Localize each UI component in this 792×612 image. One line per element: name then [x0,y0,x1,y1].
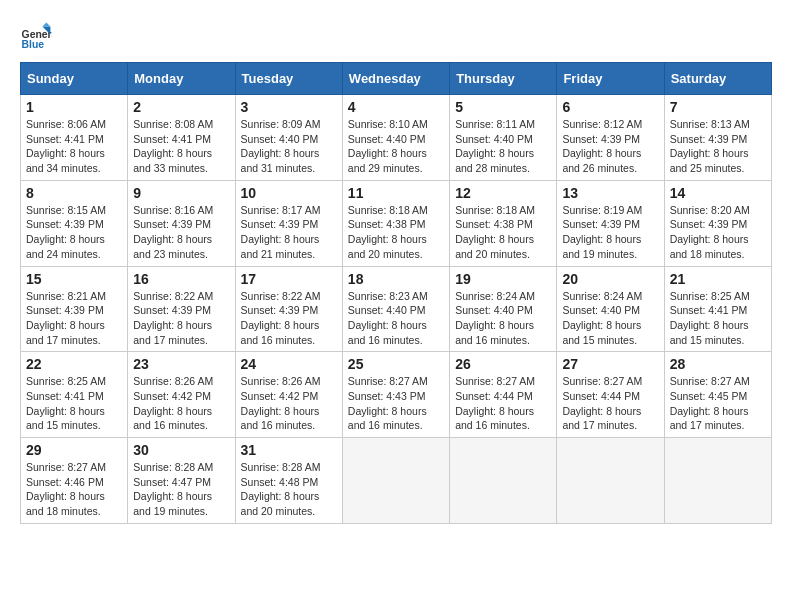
calendar-day-12: 12Sunrise: 8:18 AMSunset: 4:38 PMDayligh… [450,180,557,266]
calendar-week-2: 8Sunrise: 8:15 AMSunset: 4:39 PMDaylight… [21,180,772,266]
svg-marker-3 [42,22,50,26]
svg-text:Blue: Blue [22,39,45,50]
calendar-day-11: 11Sunrise: 8:18 AMSunset: 4:38 PMDayligh… [342,180,449,266]
calendar-day-7: 7Sunrise: 8:13 AMSunset: 4:39 PMDaylight… [664,95,771,181]
calendar-week-4: 22Sunrise: 8:25 AMSunset: 4:41 PMDayligh… [21,352,772,438]
calendar-day-31: 31Sunrise: 8:28 AMSunset: 4:48 PMDayligh… [235,438,342,524]
header-thursday: Thursday [450,63,557,95]
calendar-day-19: 19Sunrise: 8:24 AMSunset: 4:40 PMDayligh… [450,266,557,352]
calendar-day-4: 4Sunrise: 8:10 AMSunset: 4:40 PMDaylight… [342,95,449,181]
calendar-day-9: 9Sunrise: 8:16 AMSunset: 4:39 PMDaylight… [128,180,235,266]
calendar-day-14: 14Sunrise: 8:20 AMSunset: 4:39 PMDayligh… [664,180,771,266]
calendar-table: SundayMondayTuesdayWednesdayThursdayFrid… [20,62,772,524]
calendar-day-17: 17Sunrise: 8:22 AMSunset: 4:39 PMDayligh… [235,266,342,352]
header-sunday: Sunday [21,63,128,95]
calendar-day-18: 18Sunrise: 8:23 AMSunset: 4:40 PMDayligh… [342,266,449,352]
calendar-day-8: 8Sunrise: 8:15 AMSunset: 4:39 PMDaylight… [21,180,128,266]
logo: General Blue [20,20,52,52]
calendar-day-13: 13Sunrise: 8:19 AMSunset: 4:39 PMDayligh… [557,180,664,266]
calendar-day-10: 10Sunrise: 8:17 AMSunset: 4:39 PMDayligh… [235,180,342,266]
header-wednesday: Wednesday [342,63,449,95]
calendar-day-3: 3Sunrise: 8:09 AMSunset: 4:40 PMDaylight… [235,95,342,181]
calendar-day-29: 29Sunrise: 8:27 AMSunset: 4:46 PMDayligh… [21,438,128,524]
calendar-week-3: 15Sunrise: 8:21 AMSunset: 4:39 PMDayligh… [21,266,772,352]
calendar-day-empty [450,438,557,524]
calendar-day-empty [342,438,449,524]
header-saturday: Saturday [664,63,771,95]
header-friday: Friday [557,63,664,95]
calendar-day-6: 6Sunrise: 8:12 AMSunset: 4:39 PMDaylight… [557,95,664,181]
calendar-day-23: 23Sunrise: 8:26 AMSunset: 4:42 PMDayligh… [128,352,235,438]
calendar-day-28: 28Sunrise: 8:27 AMSunset: 4:45 PMDayligh… [664,352,771,438]
calendar-day-22: 22Sunrise: 8:25 AMSunset: 4:41 PMDayligh… [21,352,128,438]
calendar-day-25: 25Sunrise: 8:27 AMSunset: 4:43 PMDayligh… [342,352,449,438]
calendar-day-empty [557,438,664,524]
calendar-day-15: 15Sunrise: 8:21 AMSunset: 4:39 PMDayligh… [21,266,128,352]
calendar-header-row: SundayMondayTuesdayWednesdayThursdayFrid… [21,63,772,95]
calendar-day-27: 27Sunrise: 8:27 AMSunset: 4:44 PMDayligh… [557,352,664,438]
calendar-week-1: 1Sunrise: 8:06 AMSunset: 4:41 PMDaylight… [21,95,772,181]
logo-icon: General Blue [20,20,52,52]
calendar-day-16: 16Sunrise: 8:22 AMSunset: 4:39 PMDayligh… [128,266,235,352]
header-tuesday: Tuesday [235,63,342,95]
calendar-day-empty [664,438,771,524]
page-header: General Blue [20,20,772,52]
calendar-day-21: 21Sunrise: 8:25 AMSunset: 4:41 PMDayligh… [664,266,771,352]
calendar-week-5: 29Sunrise: 8:27 AMSunset: 4:46 PMDayligh… [21,438,772,524]
header-monday: Monday [128,63,235,95]
calendar-day-26: 26Sunrise: 8:27 AMSunset: 4:44 PMDayligh… [450,352,557,438]
calendar-day-20: 20Sunrise: 8:24 AMSunset: 4:40 PMDayligh… [557,266,664,352]
calendar-day-30: 30Sunrise: 8:28 AMSunset: 4:47 PMDayligh… [128,438,235,524]
calendar-day-5: 5Sunrise: 8:11 AMSunset: 4:40 PMDaylight… [450,95,557,181]
calendar-day-1: 1Sunrise: 8:06 AMSunset: 4:41 PMDaylight… [21,95,128,181]
calendar-day-2: 2Sunrise: 8:08 AMSunset: 4:41 PMDaylight… [128,95,235,181]
calendar-day-24: 24Sunrise: 8:26 AMSunset: 4:42 PMDayligh… [235,352,342,438]
